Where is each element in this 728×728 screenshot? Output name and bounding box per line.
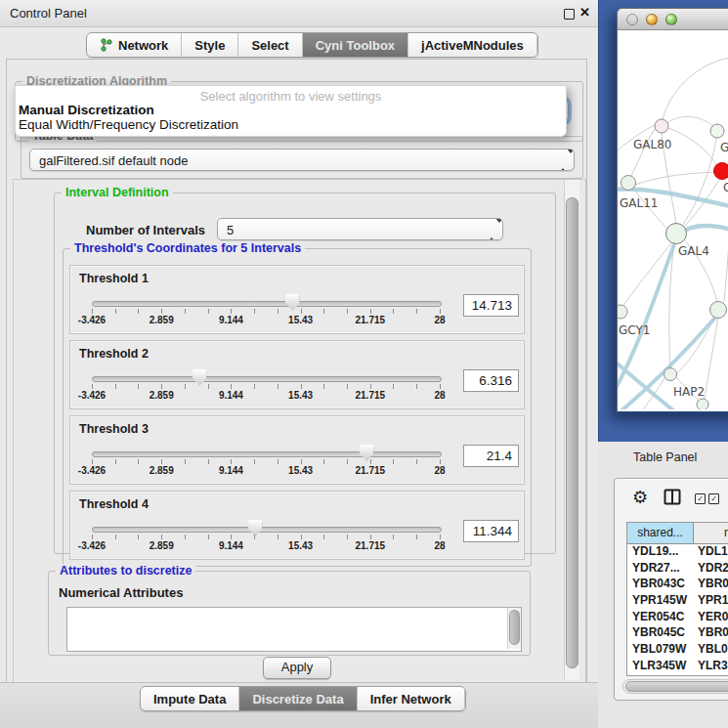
- network-graph: GAL80 GA C GAL11 GAL4 GCY1 H HAP2: [618, 30, 728, 409]
- slider-tick-labels: -3.4262.8599.14415.4321.71528: [92, 390, 440, 402]
- node-top-right[interactable]: [710, 124, 724, 138]
- network-view-window[interactable]: GAL80 GA C GAL11 GAL4 GCY1 H HAP2: [617, 8, 728, 413]
- tab[interactable]: Select: [238, 33, 302, 57]
- cell-shared-name[interactable]: YDL19...: [627, 544, 693, 561]
- cell-name[interactable]: YDL1: [693, 544, 728, 561]
- gear-icon[interactable]: ⚙: [632, 487, 648, 508]
- cell-name[interactable]: YBL0: [693, 642, 728, 659]
- threshold-label: Threshold 3: [79, 422, 149, 436]
- slider-tick-label: 21.715: [356, 465, 386, 476]
- checkbox-icon[interactable]: ✓: [708, 493, 719, 504]
- node-gal4[interactable]: [666, 224, 687, 244]
- table-row[interactable]: YDR27... YDR2: [627, 561, 728, 578]
- number-of-intervals-combobox[interactable]: 5: [217, 218, 503, 240]
- close-traffic-light-icon[interactable]: [626, 14, 638, 25]
- table-horizontal-scrollbar[interactable]: [622, 679, 728, 694]
- table-data-group: Table Data galFiltered.sif default node: [21, 136, 583, 179]
- threshold-value-field[interactable]: 14.713: [463, 294, 519, 317]
- attributes-scrollbar-thumb[interactable]: [509, 610, 520, 645]
- minimize-traffic-light-icon[interactable]: [646, 14, 658, 25]
- float-window-icon[interactable]: [564, 9, 575, 20]
- node-bottom[interactable]: [697, 399, 708, 409]
- node-gcy1[interactable]: [618, 305, 627, 319]
- cell-name[interactable]: YBR0: [693, 577, 728, 593]
- table-data-combobox[interactable]: galFiltered.sif default node: [29, 149, 575, 171]
- node-hap2[interactable]: [664, 368, 677, 381]
- threshold-label: Threshold 4: [79, 497, 149, 511]
- slider-tick-label: 28: [434, 390, 445, 401]
- table-row[interactable]: YBL079W YBL0: [627, 642, 728, 659]
- tab[interactable]: jActiveMNodules: [408, 33, 537, 57]
- threshold-panel: Threshold 3 -3.4262.8599.14415.4321.7152…: [69, 415, 525, 485]
- table-row[interactable]: YLR345W YLR3: [627, 659, 728, 675]
- cell-shared-name[interactable]: YIL052C: [627, 675, 693, 677]
- cell-shared-name[interactable]: YLR345W: [627, 659, 693, 675]
- main-vertical-scrollbar[interactable]: [564, 180, 579, 680]
- cell-shared-name[interactable]: YDR27...: [627, 561, 693, 578]
- slider-track[interactable]: [92, 527, 442, 533]
- threshold-value-field[interactable]: 21.4: [463, 445, 519, 467]
- tab[interactable]: Cyni Toolbox: [303, 33, 408, 57]
- network-canvas[interactable]: GAL80 GA C GAL11 GAL4 GCY1 H HAP2: [618, 30, 728, 409]
- table-scrollbar-thumb[interactable]: [625, 681, 728, 692]
- cell-name[interactable]: YIL0: [693, 675, 728, 677]
- tab[interactable]: Discretize Data: [239, 687, 357, 710]
- table-row[interactable]: YER054C YER0: [627, 610, 728, 626]
- table-row[interactable]: YDL19... YDL1: [627, 544, 728, 561]
- table-row[interactable]: YPR145W YPR1: [627, 593, 728, 610]
- threshold-value-field[interactable]: 11.344: [463, 520, 519, 542]
- slider-track[interactable]: [92, 376, 442, 382]
- node-label-gal4: GAL4: [678, 244, 709, 258]
- interval-definition-title: Interval Definition: [62, 186, 173, 199]
- combo-stepper-icon: [559, 153, 569, 168]
- node-gal11[interactable]: [621, 176, 636, 191]
- table-row[interactable]: YBR043C YBR0: [627, 577, 728, 593]
- slider-tick-label: 9.144: [219, 540, 243, 551]
- cell-name[interactable]: YBR0: [693, 625, 728, 642]
- slider-track[interactable]: [92, 301, 442, 307]
- columns-icon[interactable]: [664, 489, 681, 509]
- slider-track[interactable]: [92, 451, 442, 457]
- cell-shared-name[interactable]: YBR043C: [627, 577, 693, 593]
- tab[interactable]: Network: [87, 33, 182, 57]
- close-icon[interactable]: ✕: [579, 5, 590, 20]
- node-gal80[interactable]: [655, 119, 668, 133]
- network-icon: [100, 38, 112, 52]
- table-row[interactable]: YBR045C YBR0: [627, 625, 728, 642]
- zoom-traffic-light-icon[interactable]: [665, 14, 677, 25]
- network-window-titlebar[interactable]: [618, 9, 728, 30]
- tab[interactable]: Impute Data: [141, 687, 239, 710]
- popup-item-manual-discretization[interactable]: Manual Discretization: [19, 103, 154, 117]
- cell-shared-name[interactable]: YBR045C: [627, 625, 693, 642]
- cell-shared-name[interactable]: YPR145W: [627, 593, 693, 610]
- cell-shared-name[interactable]: YER054C: [627, 610, 693, 626]
- tab[interactable]: Infer Network: [358, 687, 465, 710]
- interval-definition-group: Interval Definition Number of Intervals …: [54, 193, 556, 554]
- tab-label: Infer Network: [370, 692, 451, 707]
- node-selected-red[interactable]: [714, 163, 728, 180]
- tab[interactable]: Style: [182, 33, 238, 57]
- attributes-scrollbar[interactable]: [507, 608, 521, 649]
- table-row[interactable]: YIL052C YIL0: [627, 675, 728, 677]
- main-scrollbar-thumb[interactable]: [566, 197, 578, 668]
- numerical-attributes-list[interactable]: [66, 607, 522, 652]
- node-right-h[interactable]: [710, 302, 727, 319]
- popup-item-equal-width-frequency[interactable]: Equal Width/Frequency Discretization: [19, 117, 238, 132]
- cell-name[interactable]: YLR3: [693, 659, 728, 675]
- apply-button[interactable]: Apply: [263, 657, 331, 679]
- cell-name[interactable]: YER0: [693, 610, 728, 626]
- column-header-name[interactable]: n: [694, 523, 728, 543]
- algorithm-hint: Select algorithm to view settings: [16, 89, 566, 104]
- attribute-list-item[interactable]: [67, 610, 521, 611]
- column-header-shared-name[interactable]: shared...: [627, 523, 694, 543]
- tab-label: Discretize Data: [252, 692, 343, 707]
- cell-name[interactable]: YPR1: [693, 593, 728, 610]
- cell-shared-name[interactable]: YBL079W: [627, 642, 693, 659]
- threshold-value-field[interactable]: 6.316: [463, 369, 519, 392]
- slider-tick-label: 28: [434, 465, 445, 476]
- number-of-intervals-label: Number of Intervals: [86, 223, 205, 237]
- slider-tick-label: 28: [434, 540, 445, 551]
- slider-tick-labels: -3.4262.8599.14415.4321.71528: [92, 465, 440, 477]
- cell-name[interactable]: YDR2: [693, 561, 728, 578]
- checkbox-icon[interactable]: ✓: [695, 493, 706, 504]
